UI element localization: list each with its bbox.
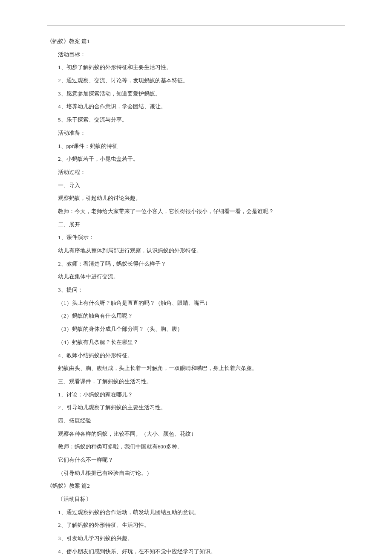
body-line: 活动过程： [47,167,345,178]
body-line: 观察各种各样的蚂蚁，比较不同。（大小、颜色、花纹） [47,429,345,439]
body-line: 二、展开 [47,220,345,230]
body-line: 2、了解蚂蚁的外形特征、生活习性。 [47,520,345,531]
body-line: 3、愿意参加探索活动，知道要爱护蚂蚁。 [47,89,345,99]
body-line: 1、讨论：小蚂蚁的家在哪儿？ [47,390,345,400]
body-line: 5、乐于探索、交流与分享。 [47,115,345,125]
body-line: 1、ppt课件：蚂蚁的特征 [47,141,345,152]
body-line: 3、引发幼儿学习蚂蚁的兴趣。 [47,533,345,544]
top-divider [47,26,345,26]
document-page: 《蚂蚁》教案 篇1 活动目标： 1、初步了解蚂蚁的外形特征和主要生活习性。 2、… [0,0,392,555]
body-line: 幼儿有序地从整体到局部进行观察，认识蚂蚁的外形特征。 [47,246,345,256]
body-line: 4、使小朋友们感到快乐、好玩，在不知不觉中应经学习了知识。 [47,546,345,555]
body-line: 1、通过观察蚂蚁的合作活动，萌发幼儿团结互助的意识。 [47,507,345,518]
body-line: 2、小蚂蚁若干，小昆虫盒若干。 [47,154,345,165]
body-line: 一、导入 [47,180,345,191]
body-line: 观察蚂蚁，引起幼儿的讨论兴趣。 [47,193,345,204]
section-1-title: 《蚂蚁》教案 篇1 [47,36,345,47]
body-line: 教师：今天，老师给大家带来了一位小客人，它长得很小很小，仔细看一看，会是谁呢？ [47,206,345,217]
body-line: 蚂蚁由头、胸、腹组成，头上长着一对触角，一双眼睛和嘴巴，身上长着六条腿。 [47,363,345,374]
body-line: 活动目标： [47,49,345,60]
body-line: 活动准备： [47,128,345,139]
body-line: 2、通过观察、交流、讨论等，发现蚂蚁的基本特征。 [47,75,345,86]
body-line: （引导幼儿根据已有经验自由讨论。） [47,468,345,479]
body-line: 4、教师小结蚂蚁的外形特征。 [47,350,345,361]
body-line: 2、引导幼儿观察了解蚂蚁的主要生活习性。 [47,402,345,413]
body-line: （4）蚂蚁有几条腿？长在哪里？ [47,337,345,348]
body-line: 3、提问： [47,285,345,295]
body-line: 2、教师：看清楚了吗，蚂蚁长得什么样子？ [47,259,345,269]
body-line: （1）头上有什么呀？触角是直直的吗？（触角、眼睛、嘴巴） [47,298,345,309]
body-line: 1、初步了解蚂蚁的外形特征和主要生活习性。 [47,62,345,73]
section-2-title: 《蚂蚁》教案 篇2 [47,481,345,491]
body-line: 四、拓展经验 [47,416,345,426]
body-line: 〔活动目标〕 [47,494,345,505]
body-line: 教师：蚂蚁的种类可多啦，我们中国就有600多种。 [47,442,345,452]
body-line: 4、培养幼儿的合作意识，学会团结、谦让。 [47,101,345,112]
body-line: 它们有什么不一样呢？ [47,455,345,465]
body-line: （2）蚂蚁的触角有什么用呢？ [47,311,345,321]
body-line: 三、观看课件，了解蚂蚁的生活习性。 [47,376,345,387]
body-line: 1、课件演示： [47,232,345,243]
body-line: （3）蚂蚁的身体分成几个部分啊？（头、胸、腹） [47,324,345,335]
body-line: 幼儿在集体中进行交流。 [47,272,345,282]
